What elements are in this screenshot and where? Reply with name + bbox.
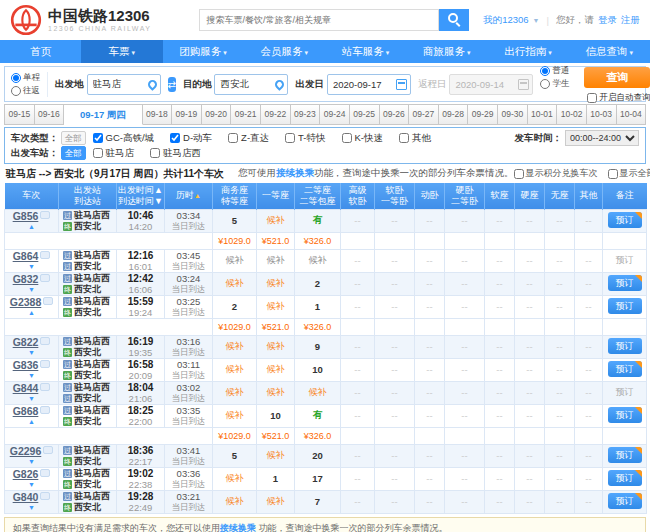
date-tab-09-25[interactable]: 09-25 [350, 104, 380, 125]
nav-item-6[interactable]: 商旅服务▾ [406, 40, 487, 63]
book-button[interactable]: 预订 [608, 493, 642, 509]
expand-arrow-icon[interactable]: ▼ [5, 349, 58, 357]
train-code-link[interactable]: G2388 [10, 296, 42, 308]
column-header-3[interactable]: 出发时间▲到达时间▼ [117, 183, 165, 209]
trip-type-option[interactable]: 单程 [11, 72, 40, 84]
passenger-type-radio[interactable] [540, 79, 550, 89]
train-code-link[interactable]: G856 [13, 210, 39, 222]
transfer-link[interactable]: 接续换乘 [276, 167, 314, 178]
date-tab-09-15[interactable]: 09-15 [4, 104, 35, 125]
swap-stations-button[interactable]: ⇄ [168, 77, 176, 92]
show-bookable-toggle[interactable]: 显示全部可预订车次 [608, 167, 650, 180]
train-code-link[interactable]: G868 [13, 405, 39, 417]
register-link[interactable]: 注册 [621, 14, 640, 27]
depart-station-all-badge[interactable]: 全部 [61, 146, 86, 160]
train-type-checkbox[interactable] [228, 133, 238, 143]
column-header-4[interactable]: 历时▲ [165, 183, 213, 209]
date-tab-10-04[interactable]: 10-04 [617, 104, 647, 125]
train-type-checkbox[interactable] [285, 133, 295, 143]
nav-item-5[interactable]: 站车服务▾ [325, 40, 406, 63]
date-tab-09-29[interactable]: 09-29 [468, 104, 498, 125]
train-type-all-badge[interactable]: 全部 [61, 131, 86, 145]
train-type-option[interactable]: GC-高铁/城 [93, 132, 155, 145]
passenger-type-option[interactable]: 普通 [540, 65, 569, 77]
date-tab-09-20[interactable]: 09-20 [202, 104, 232, 125]
train-code-link[interactable]: G832 [13, 273, 39, 285]
expand-arrow-icon[interactable]: ▲ [5, 418, 58, 426]
train-type-checkbox[interactable] [93, 133, 103, 143]
transfer-link[interactable]: 接续换乘 [220, 523, 256, 532]
date-tab-09-22[interactable]: 09-22 [261, 104, 291, 125]
book-button[interactable]: 预订 [608, 470, 642, 486]
train-type-option[interactable]: Z-直达 [228, 132, 269, 145]
expand-arrow-icon[interactable]: ▼ [5, 286, 58, 294]
search-button[interactable] [439, 9, 469, 31]
train-code-link[interactable]: G840 [13, 491, 39, 503]
date-tab-09-27[interactable]: 09-27 [409, 104, 439, 125]
nav-item-4[interactable]: 会员服务▾ [244, 40, 325, 63]
expand-arrow-icon[interactable]: ▼ [5, 458, 58, 466]
date-tab-10-02[interactable]: 10-02 [557, 104, 587, 125]
depart-time-select[interactable]: 00:00--24:00 [565, 130, 639, 146]
date-tab-09-19[interactable]: 09-19 [172, 104, 202, 125]
train-type-option[interactable]: 其他 [399, 132, 431, 145]
date-tab-09-21[interactable]: 09-21 [231, 104, 261, 125]
show-points-toggle[interactable]: 显示积分兑换车次 [514, 167, 598, 180]
train-code-link[interactable]: G864 [13, 250, 39, 262]
passenger-type-radio[interactable] [540, 66, 550, 76]
book-button[interactable]: 预订 [608, 447, 642, 463]
logo[interactable]: 中国铁路12306 12306 CHINA RAILWAY [10, 4, 151, 36]
date-tab-09-17[interactable]: 09-17 周四 [64, 104, 142, 125]
expand-arrow-icon[interactable]: ▼ [5, 395, 58, 403]
my12306-link[interactable]: 我的12306 [483, 14, 528, 27]
book-button[interactable]: 预订 [608, 212, 642, 228]
train-code-link[interactable]: G2296 [10, 445, 42, 457]
nav-item-7[interactable]: 出行指南▾ [488, 40, 569, 63]
trip-type-radio[interactable] [11, 86, 21, 96]
expand-arrow-icon[interactable]: ▼ [5, 263, 58, 271]
expand-arrow-icon[interactable]: ▼ [5, 504, 58, 512]
train-code-link[interactable]: G826 [13, 468, 39, 480]
nav-item-2[interactable]: 车票▾ [81, 40, 162, 63]
train-code-link[interactable]: G822 [13, 336, 39, 348]
show-bookable-checkbox[interactable] [608, 169, 618, 179]
date-tab-10-01[interactable]: 10-01 [528, 104, 558, 125]
date-tab-09-28[interactable]: 09-28 [439, 104, 469, 125]
train-type-checkbox[interactable] [399, 133, 409, 143]
book-button[interactable]: 预订 [608, 361, 642, 377]
nav-item-8[interactable]: 信息查询▾ [569, 40, 650, 63]
train-type-option[interactable]: K-快速 [342, 132, 384, 145]
depart-station-checkbox[interactable] [93, 148, 103, 158]
expand-arrow-icon[interactable]: ▲ [5, 309, 58, 317]
train-type-checkbox[interactable] [342, 133, 352, 143]
nav-item-1[interactable]: 首页 [0, 40, 81, 63]
trip-type-radio[interactable] [11, 73, 21, 83]
date-tab-10-03[interactable]: 10-03 [587, 104, 617, 125]
sort-icon[interactable]: ▲ [194, 192, 201, 199]
passenger-type-option[interactable]: 学生 [540, 78, 569, 90]
expand-arrow-icon[interactable]: ▲ [5, 223, 58, 231]
book-button[interactable]: 预订 [608, 275, 642, 291]
nav-item-3[interactable]: 团购服务▾ [163, 40, 244, 63]
train-code-link[interactable]: G844 [13, 382, 39, 394]
date-tab-09-24[interactable]: 09-24 [320, 104, 350, 125]
book-button[interactable]: 预订 [608, 407, 642, 423]
date-tab-09-16[interactable]: 09-16 [35, 104, 65, 125]
book-button[interactable]: 预订 [608, 298, 642, 314]
login-link[interactable]: 登录 [598, 14, 617, 27]
date-tab-09-18[interactable]: 09-18 [143, 104, 173, 125]
train-type-option[interactable]: D-动车 [170, 132, 212, 145]
train-code-link[interactable]: G836 [13, 359, 39, 371]
query-button[interactable]: 查询 [584, 67, 650, 88]
show-points-checkbox[interactable] [514, 169, 524, 179]
date-tab-09-23[interactable]: 09-23 [291, 104, 321, 125]
trip-type-option[interactable]: 往返 [11, 85, 40, 97]
auto-query-toggle[interactable]: 开启自动查询 [587, 92, 650, 104]
expand-arrow-icon[interactable]: ▼ [5, 372, 58, 380]
expand-arrow-icon[interactable]: ▼ [5, 481, 58, 489]
depart-station-checkbox[interactable] [150, 148, 160, 158]
search-input[interactable] [199, 9, 439, 31]
train-type-option[interactable]: T-特快 [285, 132, 325, 145]
date-tab-09-26[interactable]: 09-26 [380, 104, 410, 125]
book-button[interactable]: 预订 [608, 338, 642, 354]
